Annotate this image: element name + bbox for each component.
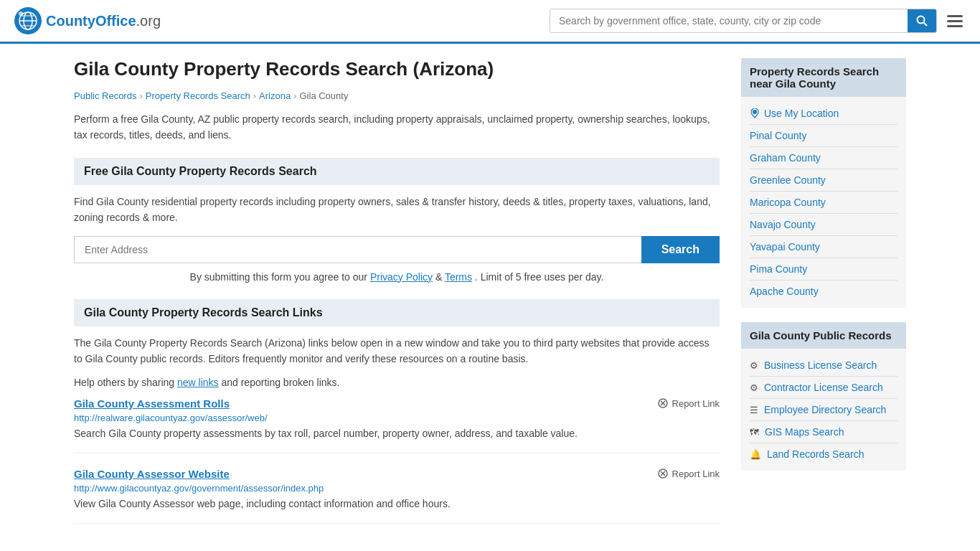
report-icon-2 (657, 468, 669, 479)
logo-icon (14, 7, 42, 34)
bell-icon: 🔔 (750, 449, 761, 460)
breadcrumb-property-records-search[interactable]: Property Records Search (146, 90, 250, 101)
links-section: Gila County Property Records Search Link… (74, 299, 720, 524)
sidebar-maricopa-county[interactable]: Maricopa County (750, 192, 897, 214)
help-prefix: Help others by sharing (74, 377, 174, 388)
sidebar-pima-county[interactable]: Pima County (750, 258, 897, 281)
report-link-button-1[interactable]: Report Link (657, 397, 720, 409)
search-icon (916, 15, 928, 27)
form-disclaimer: By submitting this form you agree to our… (74, 269, 720, 285)
free-search-header: Free Gila County Property Records Search (74, 158, 720, 185)
sidebar-pinal-county[interactable]: Pinal County (750, 125, 897, 147)
free-search-description: Find Gila County residential property re… (74, 194, 720, 226)
breadcrumb-public-records[interactable]: Public Records (74, 90, 136, 101)
link-title-2[interactable]: Gila County Assessor Website (74, 468, 230, 480)
terms-link[interactable]: Terms (445, 271, 472, 283)
doc-icon: ☰ (750, 405, 758, 415)
breadcrumb-arizona[interactable]: Arizona (259, 90, 291, 101)
land-records-label: Land Records Search (767, 448, 864, 460)
map-icon: 🗺 (750, 427, 759, 438)
main-layout: Gila County Property Records Search (Ari… (60, 44, 920, 551)
contractor-license-label: Contractor License Search (764, 382, 883, 393)
sidebar-gis-maps-search[interactable]: 🗺 GIS Maps Search (750, 421, 897, 443)
sidebar-contractor-license-search[interactable]: ⚙ Contractor License Search (750, 377, 897, 399)
sidebar-yavapai-county[interactable]: Yavapai County (750, 236, 897, 258)
sidebar-greenlee-county[interactable]: Greenlee County (750, 169, 897, 192)
page-description: Perform a free Gila County, AZ public pr… (74, 111, 720, 143)
link-entry-2: Gila County Assessor Website Report Link… (74, 468, 720, 524)
report-label-2: Report Link (672, 468, 720, 479)
sidebar-nearby-list: Use My Location Pinal County Graham Coun… (741, 97, 906, 308)
help-suffix-text: and reporting broken links. (221, 377, 339, 388)
breadcrumb-gila-county: Gila County (300, 90, 349, 101)
main-content: Gila County Property Records Search (Ari… (74, 58, 720, 538)
disclaimer-text: By submitting this form you agree to our (190, 271, 367, 283)
disclaimer-suffix: . Limit of 5 free uses per day. (475, 271, 604, 283)
location-pin-icon (750, 108, 760, 118)
svg-point-7 (918, 17, 925, 24)
link-title-1[interactable]: Gila County Assessment Rolls (74, 397, 230, 410)
site-header: CountyOffice.org (0, 0, 980, 44)
hamburger-line (947, 25, 963, 27)
sidebar-public-list: ⚙ Business License Search ⚙ Contractor L… (741, 349, 906, 471)
sidebar-nearby-header: Property Records Search near Gila County (741, 58, 906, 97)
report-link-button-2[interactable]: Report Link (657, 468, 720, 479)
use-location-link[interactable]: Use My Location (750, 103, 897, 125)
sidebar-graham-county[interactable]: Graham County (750, 147, 897, 169)
privacy-policy-link[interactable]: Privacy Policy (370, 271, 433, 283)
address-search-input[interactable] (74, 236, 641, 263)
logo-text: CountyOffice.org (46, 13, 161, 29)
gear-icon-2: ⚙ (750, 382, 758, 393)
header-search-input[interactable] (550, 9, 908, 32)
hamburger-line (947, 20, 963, 22)
new-links-link[interactable]: new links (177, 377, 219, 388)
link-entry-header-2: Gila County Assessor Website Report Link (74, 468, 720, 480)
link-entry-1: Gila County Assessment Rolls Report Link… (74, 397, 720, 453)
gis-maps-label: GIS Maps Search (765, 426, 844, 438)
business-license-label: Business License Search (764, 359, 877, 371)
sidebar-land-records-search[interactable]: 🔔 Land Records Search (750, 443, 897, 465)
disclaimer-ampersand: & (435, 271, 445, 283)
svg-point-6 (19, 11, 23, 16)
hamburger-menu-button[interactable] (944, 12, 966, 30)
report-icon-1 (657, 397, 669, 409)
breadcrumb: Public Records › Property Records Search… (74, 90, 720, 101)
report-label-1: Report Link (672, 398, 720, 409)
sidebar-employee-directory-search[interactable]: ☰ Employee Directory Search (750, 399, 897, 421)
header-search-bar (550, 9, 937, 33)
sidebar-navajo-county[interactable]: Navajo County (750, 214, 897, 236)
links-section-header: Gila County Property Records Search Link… (74, 299, 720, 326)
free-search-section: Free Gila County Property Records Search… (74, 158, 720, 285)
header-right (550, 9, 966, 33)
sidebar-apache-county[interactable]: Apache County (750, 281, 897, 302)
breadcrumb-sep: › (139, 90, 142, 101)
link-url-2[interactable]: http://www.gilacountyaz.gov/government/a… (74, 483, 720, 494)
address-search-wrap: Search (74, 236, 720, 263)
svg-point-15 (753, 110, 757, 114)
logo[interactable]: CountyOffice.org (14, 7, 161, 34)
header-search-button[interactable] (908, 9, 936, 32)
hamburger-line (947, 15, 963, 17)
address-search-button[interactable]: Search (641, 236, 720, 263)
sidebar-business-license-search[interactable]: ⚙ Business License Search (750, 354, 897, 377)
breadcrumb-sep: › (253, 90, 256, 101)
breadcrumb-sep: › (293, 90, 296, 101)
use-location-label: Use My Location (764, 108, 839, 119)
employee-directory-label: Employee Directory Search (764, 404, 886, 415)
links-description: The Gila County Property Records Search … (74, 335, 720, 367)
link-url-1[interactable]: http://realware.gilacountyaz.gov/assesso… (74, 413, 720, 423)
sidebar: Property Records Search near Gila County… (741, 58, 906, 538)
help-text: Help others by sharing new links and rep… (74, 375, 720, 390)
link-desc-1: Search Gila County property assessments … (74, 426, 720, 441)
link-desc-2: View Gila County Assessor web page, incl… (74, 496, 720, 512)
gear-icon-1: ⚙ (750, 360, 758, 371)
sidebar-public-records-header: Gila County Public Records (741, 322, 906, 349)
page-title: Gila County Property Records Search (Ari… (74, 58, 720, 80)
link-entry-header-1: Gila County Assessment Rolls Report Link (74, 397, 720, 410)
svg-line-8 (924, 23, 928, 27)
